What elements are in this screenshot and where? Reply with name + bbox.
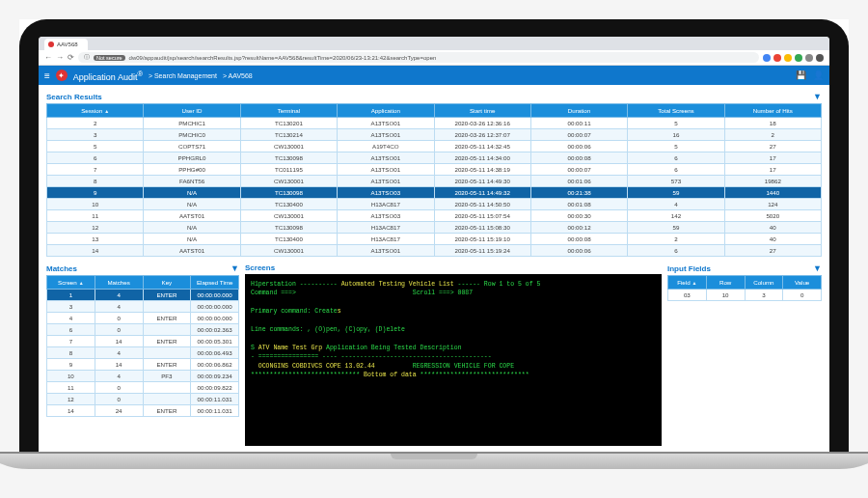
ext-icon[interactable]: [805, 54, 813, 62]
table-cell: 9: [47, 359, 95, 371]
table-row[interactable]: 14AATST01CW130001A13TSO012020-05-11 15:1…: [47, 245, 822, 257]
column-header[interactable]: Column: [745, 276, 783, 290]
url-bar[interactable]: ⓘ Not secure dw09/appaudit/jsp/search/se…: [78, 52, 759, 63]
table-row[interactable]: 3PMCHIC0TC130214A13TSO012020-03-26 12:37…: [47, 129, 822, 141]
table-cell: 14: [95, 336, 143, 347]
laptop-base: [0, 452, 868, 469]
sort-icon[interactable]: ▲: [104, 108, 109, 114]
column-header[interactable]: Elapsed Time: [191, 276, 239, 290]
table-row[interactable]: 40ENTER00:00:00.000: [47, 313, 239, 324]
ext-icon[interactable]: [784, 54, 792, 62]
table-row[interactable]: 3400:00:00.000: [47, 301, 239, 313]
table-row[interactable]: 6PPHGRL0TC130098A13TSO012020-05-11 14:34…: [47, 152, 822, 164]
table-cell: ENTER: [143, 336, 191, 347]
matches-table: Screen▲MatchesKeyElapsed Time 14ENTER00:…: [46, 275, 239, 417]
table-row[interactable]: 5COPTS71CW130001A19T4CO2020-05-11 14:32:…: [47, 141, 822, 152]
table-cell: 2020-05-11 14:34:00: [434, 152, 530, 164]
table-cell: A13TSO01: [338, 245, 434, 257]
column-header[interactable]: Number of Hits: [724, 104, 821, 118]
app-logo-icon: ✦: [56, 69, 68, 81]
table-cell: 2020-05-11 14:49:32: [434, 187, 530, 199]
app-title: Application Audit®: [73, 69, 143, 82]
column-header[interactable]: Application: [338, 104, 434, 118]
table-cell: A19T4CO: [338, 141, 434, 152]
table-row[interactable]: 13N/ATC130400H13AC8172020-05-11 15:19:10…: [47, 234, 822, 245]
filter-icon[interactable]: ▼: [231, 263, 239, 273]
table-row[interactable]: 714ENTER00:00:05.301: [47, 336, 239, 347]
table-cell: PPHG#00: [144, 164, 240, 176]
column-header[interactable]: Field▲: [668, 276, 707, 290]
browser-tab[interactable]: AAV568: [44, 39, 88, 50]
sort-icon[interactable]: ▲: [79, 280, 84, 286]
table-cell: TC130400: [240, 199, 337, 210]
table-cell: 10: [47, 371, 95, 382]
table-row[interactable]: 11AATST01CW130001A13TSO032020-05-11 15:0…: [47, 210, 822, 222]
extension-icons: [763, 54, 824, 62]
breadcrumb[interactable]: > Search Management: [149, 72, 217, 79]
table-row[interactable]: 2PMCHIC1TC130201A13TSO012020-03-26 12:36…: [47, 118, 822, 129]
ext-icon[interactable]: [773, 54, 781, 62]
table-cell: TC130201: [240, 118, 337, 129]
column-header[interactable]: Terminal: [240, 104, 337, 118]
column-header[interactable]: User ID: [144, 104, 240, 118]
table-row[interactable]: 104PF300:00:09.234: [47, 371, 239, 382]
table-row[interactable]: 11000:00:09.822: [47, 382, 239, 394]
table-row[interactable]: 12000:00:11.031: [47, 394, 239, 405]
table-cell: FA6NT56: [144, 176, 240, 187]
table-cell: 3: [47, 301, 95, 313]
table-row[interactable]: 8400:00:06.493: [47, 347, 239, 359]
browser-tab-strip: AAV568: [39, 37, 829, 50]
table-row[interactable]: 9N/ATC130098A13TSO032020-05-11 14:49:320…: [47, 187, 822, 199]
column-header[interactable]: Screen▲: [47, 276, 95, 290]
table-row[interactable]: 12N/ATC130098H13AC8172020-05-11 15:08:30…: [47, 222, 822, 234]
table-cell: 4: [95, 371, 143, 382]
column-header[interactable]: Row: [706, 276, 745, 290]
column-header[interactable]: Session▲: [47, 104, 144, 118]
table-cell: A13TSO01: [338, 118, 434, 129]
ext-icon[interactable]: [795, 54, 802, 62]
column-header[interactable]: Value: [783, 276, 822, 290]
breadcrumb[interactable]: > AAV568: [223, 72, 253, 79]
table-row[interactable]: 914ENTER00:00:06.862: [47, 359, 239, 371]
table-row[interactable]: 14ENTER00:00:00.000: [47, 290, 239, 301]
table-cell: 00:00:02.363: [191, 324, 239, 336]
back-button[interactable]: ←: [44, 53, 52, 62]
table-row[interactable]: 1424ENTER00:00:11.031: [47, 405, 239, 417]
table-cell: 6: [47, 324, 95, 336]
table-cell: 5: [628, 141, 724, 152]
table-cell: COPTS71: [144, 141, 240, 152]
table-cell: PPHGRL0: [144, 152, 240, 164]
table-row[interactable]: 6000:00:02.363: [47, 324, 239, 336]
table-cell: 00:00:08: [530, 152, 627, 164]
column-header[interactable]: Start time: [434, 104, 530, 118]
column-header[interactable]: Total Screens: [628, 104, 724, 118]
reload-button[interactable]: ⟳: [68, 53, 74, 62]
table-cell: 0: [95, 394, 143, 405]
table-cell: 14: [47, 405, 95, 417]
menu-dots-icon[interactable]: [816, 54, 824, 62]
table-cell: A13TSO03: [338, 210, 434, 222]
save-icon[interactable]: 💾: [795, 69, 806, 81]
table-cell: 40: [724, 222, 821, 234]
table-cell: 00:00:00.000: [191, 290, 239, 301]
table-cell: TC130098: [240, 152, 337, 164]
table-cell: 2020-05-11 15:08:30: [434, 222, 530, 234]
ext-icon[interactable]: [763, 54, 771, 62]
table-cell: 9: [47, 187, 144, 199]
table-cell: 2020-05-11 14:38:19: [434, 164, 530, 176]
table-row[interactable]: 031030: [668, 290, 822, 301]
table-row[interactable]: 8FA6NT56CW130001A13TSO012020-05-11 14:49…: [47, 176, 822, 187]
filter-icon[interactable]: ▼: [813, 92, 822, 101]
filter-icon[interactable]: ▼: [813, 263, 822, 273]
column-header[interactable]: Matches: [95, 276, 143, 290]
table-cell: 6: [628, 164, 724, 176]
hamburger-icon[interactable]: ≡: [44, 70, 50, 81]
user-icon[interactable]: 👤: [812, 69, 824, 81]
sort-icon[interactable]: ▲: [692, 280, 697, 286]
column-header[interactable]: Duration: [530, 104, 627, 118]
column-header[interactable]: Key: [143, 276, 191, 290]
table-row[interactable]: 7PPHG#00TC011195A13TSO012020-05-11 14:38…: [47, 164, 822, 176]
table-row[interactable]: 10N/ATC130400H13AC8172020-05-11 14:50:50…: [47, 199, 822, 210]
table-cell: TC011195: [240, 164, 337, 176]
forward-button[interactable]: →: [56, 53, 64, 62]
